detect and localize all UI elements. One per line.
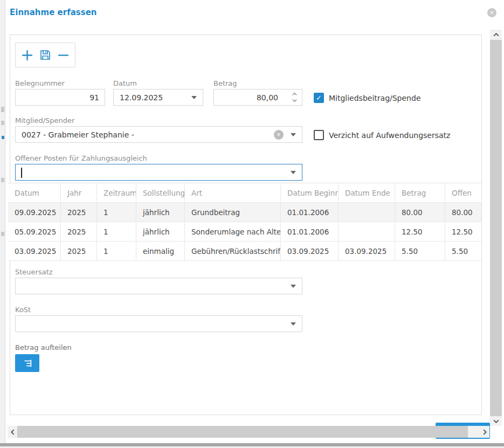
- table-header-cell[interactable]: Datum: [8, 183, 61, 202]
- chevron-down-icon[interactable]: [291, 171, 296, 174]
- background-fragment: [1, 107, 4, 112]
- scroll-up-icon[interactable]: [490, 30, 502, 39]
- betrag-input[interactable]: 80,00: [213, 89, 302, 106]
- datum-select[interactable]: 12.09.2025: [113, 89, 203, 106]
- betrag-aufteilen-button[interactable]: [15, 354, 39, 372]
- table-row[interactable]: 03.09.202520251einmaligGebühren/Rücklast…: [8, 242, 481, 261]
- table-cell: [339, 203, 395, 222]
- betrag-value: 80,00: [257, 93, 278, 102]
- belegnummer-value: 91: [89, 93, 99, 102]
- vertical-scrollbar-thumb[interactable]: [490, 40, 502, 416]
- remove-record-icon[interactable]: [57, 49, 70, 62]
- text-cursor: [21, 168, 22, 178]
- table-cell: 03.09.2025: [8, 242, 61, 260]
- table-cell: 5.50: [395, 242, 445, 260]
- chevron-down-icon[interactable]: [291, 322, 296, 326]
- table-cell: Grundbeitrag: [185, 203, 281, 222]
- offener-posten-combobox[interactable]: [15, 164, 302, 181]
- table-cell: 12.50: [445, 222, 481, 241]
- kost-select[interactable]: [15, 315, 302, 332]
- table-cell: jährlich: [136, 203, 185, 222]
- table-cell: 2025: [61, 222, 97, 241]
- dialog-title: Einnahme erfassen: [10, 8, 97, 17]
- table-cell: 1: [97, 242, 136, 260]
- table-cell: 2025: [61, 242, 97, 260]
- vertical-scrollbar[interactable]: [490, 30, 502, 426]
- table-header-cell[interactable]: Zeitraum: [97, 183, 136, 202]
- mitglied-select[interactable]: 0027 - Grabmeier Stephanie - ✕: [15, 126, 302, 143]
- scroll-down-icon[interactable]: [490, 416, 502, 426]
- background-page-strip: [0, 0, 5, 443]
- record-toolbar: [15, 43, 75, 67]
- table-header-cell[interactable]: Offen: [445, 183, 481, 202]
- mitglied-value: 0027 - Grabmeier Stephanie -: [22, 130, 134, 139]
- background-fragment: [1, 178, 4, 182]
- add-record-icon[interactable]: [20, 49, 34, 62]
- chevron-down-icon[interactable]: [191, 96, 197, 99]
- table-cell: 01.01.2006: [281, 222, 339, 241]
- table-cell: 05.09.2025: [8, 222, 61, 241]
- save-icon[interactable]: [39, 49, 52, 61]
- betrag-aufteilen-label: Betrag aufteilen: [15, 343, 72, 351]
- table-cell: 2025: [61, 203, 97, 222]
- table-header-cell[interactable]: Art: [185, 183, 281, 202]
- horizontal-scrollbar-thumb[interactable]: [17, 426, 468, 438]
- table-header-cell[interactable]: Jahr: [61, 183, 97, 202]
- scroll-right-icon[interactable]: [480, 426, 489, 438]
- table-cell: 03.09.2025: [339, 242, 395, 260]
- horizontal-scrollbar[interactable]: [8, 426, 489, 438]
- table-cell: 12.50: [395, 222, 445, 241]
- steuersatz-label: Steuersatz: [15, 268, 53, 276]
- steuersatz-select[interactable]: [15, 278, 302, 294]
- chevron-down-icon[interactable]: [291, 133, 296, 136]
- datum-label: Datum: [113, 79, 137, 87]
- table-cell: 1: [97, 203, 136, 222]
- background-fragment: [1, 121, 4, 125]
- verzicht-checkbox[interactable]: ✓: [314, 130, 324, 140]
- table-cell: 03.09.2025: [281, 242, 339, 260]
- close-icon[interactable]: ✕: [487, 8, 496, 17]
- table-cell: 09.09.2025: [8, 203, 61, 222]
- table-cell: [339, 222, 395, 241]
- betrag-spinner[interactable]: [292, 91, 298, 104]
- betrag-label: Betrag: [213, 79, 237, 87]
- table-cell: 5.50: [445, 242, 481, 260]
- table-cell: einmalig: [136, 242, 185, 260]
- datum-value: 12.09.2025: [120, 93, 163, 102]
- chevron-up-icon: [292, 91, 298, 97]
- table-cell: Gebühren/Rücklastschrif: [185, 242, 281, 260]
- open-items-table: DatumJahrZeitraumSollstellungArtDatum Be…: [8, 183, 481, 261]
- offener-posten-label: Offener Posten für Zahlungsausgleich: [15, 154, 147, 162]
- background-fragment: [1, 232, 4, 236]
- table-cell: 01.01.2006: [281, 203, 339, 222]
- check-icon: ✓: [316, 94, 322, 102]
- table-header-cell[interactable]: Sollstellung: [136, 183, 185, 202]
- chevron-down-icon[interactable]: [291, 285, 296, 288]
- table-row[interactable]: 09.09.202520251jährlichGrundbeitrag01.01…: [8, 203, 481, 222]
- table-cell: 80.00: [445, 203, 481, 222]
- verzicht-checkbox-label[interactable]: Verzicht auf Aufwendungsersatz: [329, 131, 450, 140]
- einnahme-erfassen-dialog: Einnahme erfassen ✕ Belegnummer 91 Datum…: [0, 0, 504, 448]
- table-cell: 80.00: [395, 203, 445, 222]
- kost-label: KoSt: [15, 306, 31, 314]
- background-fragment: [2, 136, 4, 139]
- table-cell: 1: [97, 222, 136, 241]
- table-cell: jährlich: [136, 222, 185, 241]
- clear-selection-icon[interactable]: ✕: [274, 130, 284, 140]
- belegnummer-input[interactable]: 91: [15, 89, 105, 106]
- mitgliedsbeitrag-checkbox[interactable]: ✓: [314, 93, 324, 103]
- table-header-cell[interactable]: Datum Beginn: [281, 183, 339, 202]
- chevron-down-icon: [292, 98, 298, 104]
- table-header-cell[interactable]: Betrag: [395, 183, 445, 202]
- mitgliedsbeitrag-checkbox-label[interactable]: Mitgliedsbeitrag/Spende: [329, 94, 421, 102]
- belegnummer-label: Belegnummer: [15, 79, 65, 87]
- table-header-cell[interactable]: Datum Ende: [339, 183, 395, 202]
- table-row[interactable]: 05.09.202520251jährlichSonderumlage nach…: [8, 222, 481, 242]
- table-cell: Sonderumlage nach Alte: [185, 222, 281, 241]
- split-amount-icon: [22, 357, 33, 369]
- scroll-left-icon[interactable]: [8, 426, 17, 438]
- table-header-row: DatumJahrZeitraumSollstellungArtDatum Be…: [8, 183, 481, 203]
- mitglied-label: Mitglied/Spender: [15, 116, 74, 125]
